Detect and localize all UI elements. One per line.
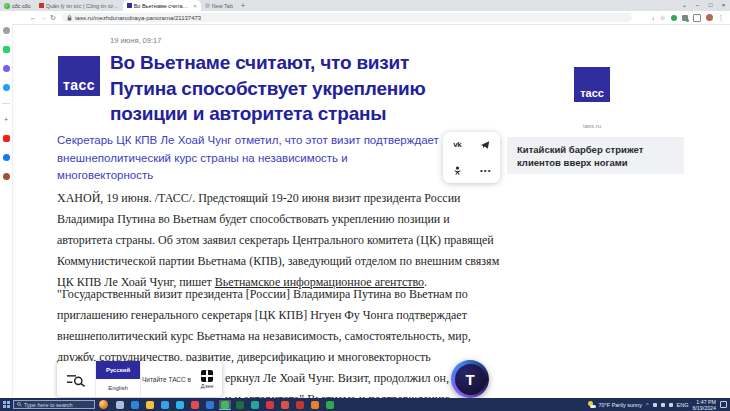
telegram-share-button[interactable] (472, 132, 501, 158)
body-line: Владимира Путина во Вьетнам будет способ… (57, 209, 499, 230)
tab-title: New Tab (212, 3, 233, 9)
tass-footer-widget: Русский English Читайте ТАСС в Дзен (57, 361, 222, 397)
title-line: Путина способствует укреплению (110, 76, 426, 102)
taskbar-search-box[interactable]: Type here to search (13, 400, 95, 409)
teal-app-icon (251, 401, 259, 409)
search-placeholder: Type here to search (24, 402, 73, 408)
add-shortcut-button[interactable]: + (4, 116, 8, 123)
taskbar-app-orange-app[interactable] (309, 400, 321, 410)
taskbar-app-mail[interactable] (159, 400, 171, 410)
twitter-icon[interactable] (3, 84, 10, 91)
related-article-card[interactable]: Китайский барбер стрижет клиентов вверх … (507, 137, 684, 174)
download-icon[interactable]: ↓ (651, 14, 654, 21)
windows-taskbar: Type here to search 70°F Partly sunny ^ … (0, 398, 730, 411)
browser-side-rail: + (0, 24, 13, 401)
dzen-link[interactable]: Дзен (192, 361, 222, 397)
translate-button-label: T (455, 364, 486, 395)
odnoklassniki-share-button[interactable] (443, 158, 472, 184)
desktop-screen: cốc cốc Quản lý tin tức | Cổng tin tức..… (0, 0, 730, 411)
extensions-icon[interactable] (682, 15, 688, 21)
windows-logo-icon (3, 401, 10, 408)
notification-center-icon[interactable] (720, 401, 727, 408)
forward-icon[interactable]: → (40, 14, 47, 21)
taskbar-app-green-app[interactable] (324, 400, 336, 410)
tass-widget-logo[interactable]: тасс (574, 67, 610, 102)
taskbar-clock[interactable]: 1:47 PM 6/19/2024 (692, 399, 716, 411)
close-button[interactable]: × (717, 0, 730, 11)
taskbar-app-store[interactable] (174, 400, 186, 410)
browser-toolbar: ← → ↻ tass.ru/mezhdunarodnaya-panorama/2… (0, 11, 730, 25)
tab-news-admin[interactable]: Quản lý tin tức | Cổng tin tức... (35, 0, 123, 11)
side-panel-icon[interactable] (693, 14, 701, 22)
input-language-label[interactable]: ENG (677, 402, 689, 408)
reload-icon[interactable]: ↻ (50, 14, 56, 22)
more-share-button[interactable]: ••• (472, 158, 501, 184)
tray-expand-icon[interactable]: ^ (646, 402, 649, 408)
taskbar-app-photos[interactable] (204, 400, 216, 410)
taskbar-app-task-view[interactable] (114, 400, 126, 410)
task-view-icon (116, 401, 124, 409)
facebook-icon[interactable] (3, 154, 10, 161)
bookmark-star-icon[interactable]: ☆ (660, 14, 666, 22)
dzen-label: Дзен (201, 383, 213, 389)
vk-share-button[interactable]: vk (443, 132, 472, 158)
language-switcher: Русский English (96, 361, 141, 397)
tab-tass-article[interactable]: Во Вьетнаме считают, что в... × (123, 0, 201, 11)
widget-search-button[interactable] (57, 361, 96, 397)
language-option-russian[interactable]: Русский (96, 361, 140, 379)
taskbar-app-media-app[interactable] (189, 400, 201, 410)
red-app-icon (296, 401, 304, 409)
taskbar-app-teal-app[interactable] (249, 400, 261, 410)
taskbar-app-coc-coc[interactable] (219, 400, 231, 410)
profile-avatar[interactable] (3, 173, 10, 180)
whatsapp-icon[interactable] (3, 46, 10, 53)
translate-floating-button[interactable]: T (451, 360, 489, 398)
coc-coc-icon (221, 401, 229, 409)
browser-tabstrip: cốc cốc Quản lý tin tức | Cổng tin tức..… (0, 0, 730, 11)
new-tab-button[interactable]: + (237, 2, 249, 9)
article-date: 19 июня, 09:17 (110, 36, 161, 45)
coc-coc-brand[interactable]: cốc cốc (0, 3, 35, 9)
taskbar-app-opera[interactable] (264, 400, 276, 410)
date-label: 6/19/2024 (692, 405, 716, 411)
tab-search-icon[interactable]: ⌄ (678, 0, 691, 11)
coc-coc-logo-icon (4, 3, 10, 9)
back-icon[interactable]: ← (30, 14, 37, 21)
menu-search-icon (66, 372, 86, 387)
url-text: tass.ru/mezhdunarodnaya-panorama/2113747… (75, 15, 201, 21)
taskbar-app-red-app[interactable] (294, 400, 306, 410)
dzen-icon (201, 370, 213, 382)
chrome-icon (281, 401, 289, 409)
history-icon[interactable] (3, 27, 10, 34)
profile-avatar[interactable] (706, 14, 713, 21)
mail-icon (161, 401, 169, 409)
language-option-english[interactable]: English (96, 379, 140, 397)
taskbar-app-edge[interactable] (129, 400, 141, 410)
store-icon (176, 401, 184, 409)
maximize-button[interactable]: □ (704, 0, 717, 11)
share-panel: vk ••• (443, 132, 500, 183)
taskbar-app-chrome[interactable] (279, 400, 291, 410)
volume-icon[interactable] (669, 403, 673, 407)
minimize-button[interactable]: – (691, 0, 704, 11)
taskbar-mascot-icon[interactable] (99, 400, 108, 409)
viber-icon[interactable] (3, 65, 10, 72)
network-icon[interactable] (661, 403, 665, 407)
tab-new-tab[interactable]: New Tab (201, 0, 237, 11)
tab-title: Во Вьетнаме считают, что в... (134, 3, 190, 9)
edge-icon (131, 401, 139, 409)
close-tab-icon[interactable]: × (193, 3, 197, 9)
taskbar-app-file-explorer[interactable] (144, 400, 156, 410)
start-button[interactable] (0, 401, 13, 408)
menu-icon[interactable]: ⋮ (718, 14, 725, 22)
onedrive-icon[interactable] (653, 403, 657, 407)
weather-label: 70°F Partly sunny (598, 402, 641, 408)
coc-coc-brand-label: cốc cốc (12, 3, 31, 9)
taskbar-app-excel[interactable] (234, 400, 246, 410)
tass-logo[interactable]: тасс (58, 56, 100, 96)
tab-title: Quản lý tin tức | Cổng tin tức... (46, 3, 119, 9)
address-bar[interactable]: tass.ru/mezhdunarodnaya-panorama/2113747… (62, 13, 632, 22)
youtube-icon[interactable] (3, 135, 10, 142)
adblock-extension-icon[interactable] (671, 15, 677, 21)
weather-widget[interactable]: 70°F Partly sunny (588, 401, 641, 408)
